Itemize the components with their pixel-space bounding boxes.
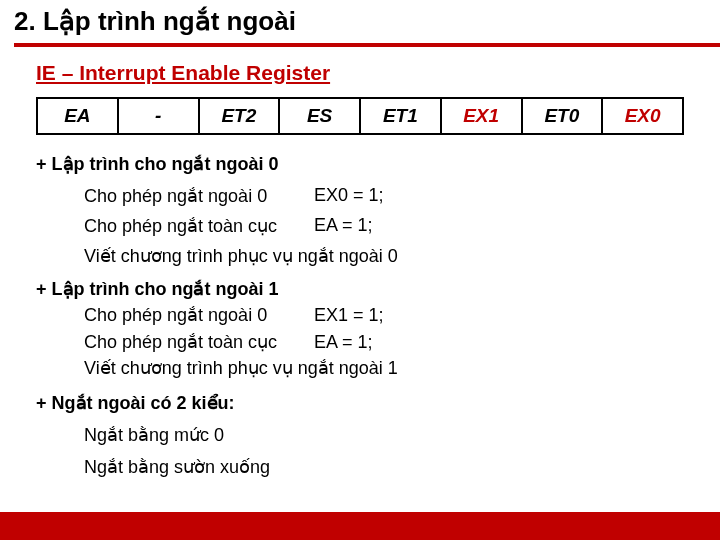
line-code: EA = 1;	[314, 330, 373, 354]
line-label: Cho phép ngắt toàn cục	[84, 330, 314, 354]
reg-cell-et1: ET1	[361, 99, 442, 133]
line-item: Cho phép ngắt ngoài 0 EX0 = 1;	[84, 185, 690, 207]
line-item: Cho phép ngắt ngoài 0 EX1 = 1;	[84, 303, 690, 327]
section-title: + Lập trình cho ngắt ngoài 1	[36, 277, 690, 301]
title-underline	[14, 43, 720, 47]
reg-cell-ea: EA	[38, 99, 119, 133]
footer-bar	[0, 512, 720, 540]
reg-cell-es: ES	[280, 99, 361, 133]
line-final: Viết chương trình phục vụ ngắt ngoài 1	[84, 356, 690, 380]
type-item: Ngắt bằng mức 0	[84, 424, 690, 446]
slide-title: 2. Lập trình ngắt ngoài	[14, 6, 720, 37]
slide-content: IE – Interrupt Enable Register EA - ET2 …	[0, 47, 720, 478]
line-final: Viết chương trình phục vụ ngắt ngoài 0	[84, 245, 690, 267]
section-interrupt-1: + Lập trình cho ngắt ngoài 1 Cho phép ng…	[36, 277, 690, 380]
line-label: Cho phép ngắt ngoài 0	[84, 303, 314, 327]
reg-cell-et0: ET0	[523, 99, 604, 133]
section-interrupt-types: + Ngắt ngoài có 2 kiểu: Ngắt bằng mức 0 …	[36, 392, 690, 478]
line-label: Cho phép ngắt toàn cục	[84, 215, 314, 237]
reg-cell-ex0: EX0	[603, 99, 682, 133]
line-item: Cho phép ngắt toàn cục EA = 1;	[84, 215, 690, 237]
type-item: Ngắt bằng sườn xuống	[84, 456, 690, 478]
register-row: EA - ET2 ES ET1 EX1 ET0 EX0	[36, 97, 684, 135]
reg-cell-et2: ET2	[200, 99, 281, 133]
line-code: EA = 1;	[314, 215, 373, 237]
slide-title-band: 2. Lập trình ngắt ngoài	[0, 0, 720, 47]
reg-cell-dash: -	[119, 99, 200, 133]
reg-cell-ex1: EX1	[442, 99, 523, 133]
line-item: Cho phép ngắt toàn cục EA = 1;	[84, 330, 690, 354]
section-interrupt-0: + Lập trình cho ngắt ngoài 0 Cho phép ng…	[36, 153, 690, 267]
line-label: Cho phép ngắt ngoài 0	[84, 185, 314, 207]
line-code: EX1 = 1;	[314, 303, 384, 327]
section-title: + Ngắt ngoài có 2 kiểu:	[36, 392, 690, 414]
line-code: EX0 = 1;	[314, 185, 384, 207]
section-title: + Lập trình cho ngắt ngoài 0	[36, 153, 690, 175]
subheading: IE – Interrupt Enable Register	[36, 61, 690, 85]
